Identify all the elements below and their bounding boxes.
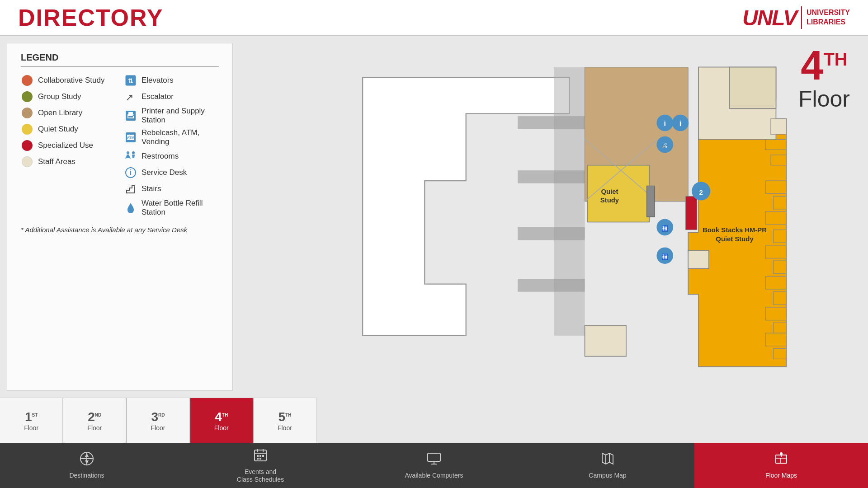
floor-4-label: Floor [214, 424, 229, 432]
svg-point-90 [780, 452, 783, 455]
legend-label-service-desk: Service Desk [142, 168, 187, 177]
legend-item-printer: Printer and Supply Station [124, 105, 219, 127]
floor-3-button[interactable]: 3RD Floor [127, 398, 189, 443]
floor-4-button[interactable]: 4TH Floor [190, 398, 253, 443]
svg-text:🚻: 🚻 [661, 253, 669, 261]
legend-item-staff-areas: Staff Areas [21, 154, 115, 170]
floor-2-button[interactable]: 2ND Floor [63, 398, 126, 443]
escalator-icon: ↗ [124, 90, 137, 103]
nav-floor-maps[interactable]: Floor Maps [694, 443, 868, 488]
legend-item-stairs: Stairs [124, 181, 219, 197]
floor-word: Floor [798, 86, 850, 112]
svg-rect-37 [774, 230, 787, 243]
legend-item-quiet-study: Quiet Study [21, 121, 115, 137]
svg-rect-39 [774, 261, 787, 274]
svg-rect-76 [257, 455, 259, 457]
svg-rect-29 [730, 67, 776, 108]
nav-events[interactable]: Events andClass Schedules [174, 443, 347, 488]
svg-rect-46 [585, 325, 626, 357]
svg-point-15 [132, 151, 135, 154]
svg-rect-36 [766, 212, 787, 225]
floor-5-button[interactable]: 5TH Floor [254, 398, 316, 443]
legend-item-restrooms: Restrooms [124, 148, 219, 164]
logo: UNLV UNIVERSITYLIBRARIES [742, 5, 850, 30]
floor-indicator: 4TH Floor [798, 45, 850, 112]
stairs-icon [124, 183, 137, 195]
legend-item-elevators: ⇅ Elevators [124, 72, 219, 89]
legend-item-open-library: Open Library [21, 105, 115, 121]
svg-rect-12 [127, 155, 129, 158]
restrooms-icon [124, 150, 137, 163]
logo-unlv: UNLV [742, 5, 797, 30]
legend-label-escalator: Escalator [142, 92, 174, 101]
legend-label-collaborative-study: Collaborative Study [38, 76, 104, 85]
legend-right-col: ⇅ Elevators ↗ Escalator [124, 72, 219, 219]
service-desk-icon: i [124, 166, 137, 179]
legend-label-stairs: Stairs [142, 184, 161, 193]
floor-1-label: Floor [24, 424, 38, 432]
svg-rect-30 [685, 196, 697, 230]
printer-icon [124, 109, 137, 122]
floor-3-number: 3RD [151, 410, 165, 424]
legend-grid: Collaborative Study Group Study Open Lib… [21, 72, 219, 219]
legend-item-specialized-use: Specialized Use [21, 137, 115, 154]
legend-panel: LEGEND Collaborative Study Group Study [7, 43, 233, 391]
svg-rect-78 [262, 455, 264, 457]
svg-rect-35 [774, 196, 787, 209]
svg-rect-47 [688, 250, 709, 268]
svg-rect-43 [774, 323, 787, 333]
legend-item-water-bottle: Water Bottle Refill Station [124, 197, 219, 219]
logo-text: UNIVERSITYLIBRARIES [807, 8, 850, 27]
svg-text:🚻: 🚻 [661, 225, 669, 232]
svg-rect-31 [771, 119, 786, 134]
svg-text:ATM: ATM [127, 136, 135, 140]
svg-line-14 [129, 156, 130, 159]
svg-rect-21 [518, 116, 585, 129]
svg-rect-26 [587, 165, 649, 222]
svg-marker-84 [602, 453, 613, 464]
nav-computers[interactable]: Available Computers [347, 443, 521, 488]
floor-number: 4TH [798, 45, 850, 86]
floor-5-label: Floor [278, 424, 292, 432]
svg-rect-45 [774, 348, 787, 359]
svg-rect-38 [766, 245, 787, 258]
svg-marker-70 [85, 453, 89, 457]
floor-1-button[interactable]: 1ST Floor [0, 398, 63, 443]
floor-1-number: 1ST [25, 410, 38, 424]
events-icon [253, 448, 268, 465]
legend-title: LEGEND [21, 52, 219, 67]
legend-item-service-desk: i Service Desk [124, 164, 219, 181]
svg-rect-20 [554, 67, 585, 336]
svg-rect-24 [518, 279, 585, 292]
floor-2-sup: ND [95, 412, 101, 417]
nav-events-label: Events andClass Schedules [237, 468, 284, 483]
legend-item-escalator: ↗ Escalator [124, 89, 219, 105]
svg-rect-80 [259, 458, 261, 460]
nav-campus-map[interactable]: Campus Map [521, 443, 694, 488]
svg-rect-5 [128, 112, 133, 115]
quiet-study-icon [21, 123, 33, 136]
legend-left-col: Collaborative Study Group Study Open Lib… [21, 72, 115, 219]
legend-label-staff-areas: Staff Areas [38, 157, 75, 166]
rebelcash-icon: ATM [124, 131, 137, 144]
legend-label-specialized-use: Specialized Use [38, 141, 93, 150]
staff-areas-icon [21, 155, 33, 168]
logo-divider [801, 6, 802, 29]
svg-text:2: 2 [699, 189, 703, 196]
svg-text:i: i [664, 120, 665, 127]
svg-rect-32 [766, 140, 787, 150]
destinations-icon [80, 451, 94, 469]
floor-3-label: Floor [151, 424, 165, 432]
svg-point-7 [133, 115, 134, 116]
legend-label-water-bottle: Water Bottle Refill Station [142, 199, 219, 217]
svg-text:Quiet: Quiet [601, 188, 618, 195]
legend-item-rebelcash: ATM Rebelcash, ATM, Vending [124, 127, 219, 148]
bottom-nav: Destinations Events andClass Schedules A… [0, 443, 868, 488]
legend-label-restrooms: Restrooms [142, 152, 179, 161]
floor-5-sup: TH [285, 412, 291, 417]
svg-rect-66 [647, 186, 655, 217]
computers-icon [426, 451, 442, 469]
nav-destinations[interactable]: Destinations [0, 443, 174, 488]
svg-text:🖨: 🖨 [662, 142, 668, 149]
legend-item-group-study: Group Study [21, 89, 115, 105]
